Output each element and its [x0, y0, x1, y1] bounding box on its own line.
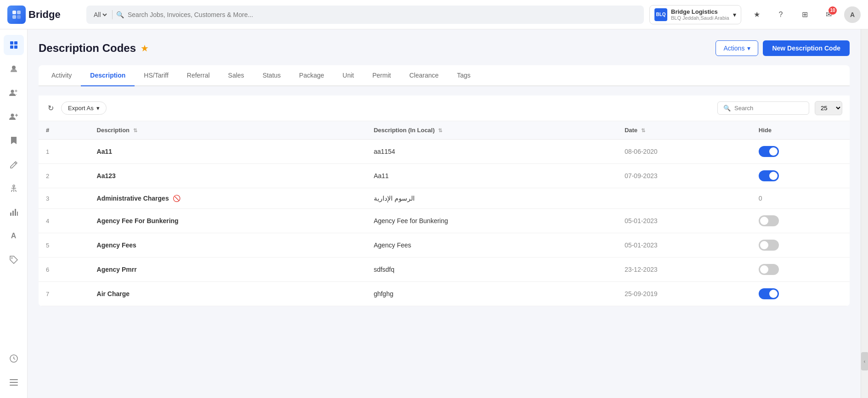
tab-hs_tariff[interactable]: HS/Tariff: [135, 65, 177, 86]
col-description[interactable]: Description ⇅: [90, 121, 366, 140]
cell-description-local: Agency Fees: [366, 233, 617, 258]
col-date[interactable]: Date ⇅: [617, 121, 751, 140]
tab-tags[interactable]: Tags: [448, 65, 480, 86]
tab-referral[interactable]: Referral: [178, 65, 219, 86]
cell-num: 6: [39, 258, 90, 282]
per-page-select[interactable]: 25 50 100: [815, 101, 842, 115]
sidebar-item-bookmark[interactable]: [4, 130, 24, 151]
favorite-star-button[interactable]: ★: [141, 43, 149, 54]
sidebar-item-user-plus[interactable]: [4, 107, 24, 127]
table-toolbar: ↻ Export As ▾ 🔍 25 50 100: [39, 95, 850, 121]
svg-rect-4: [10, 41, 13, 45]
cell-description-local: ghfghg: [366, 282, 617, 306]
table-row[interactable]: 4Agency Fee For BunkeringAgency Fee for …: [39, 209, 850, 233]
table-row[interactable]: 7Air Chargeghfghg25-09-2019: [39, 282, 850, 306]
cell-num: 4: [39, 209, 90, 233]
svg-rect-3: [17, 15, 21, 19]
hide-toggle[interactable]: [759, 215, 779, 226]
sidebar-item-grid[interactable]: [4, 35, 24, 55]
table-row[interactable]: 6Agency Pmrrsdfsdfq23-12-2023: [39, 258, 850, 282]
tabs-bar: ActivityDescriptionHS/TariffReferralSale…: [39, 65, 850, 86]
star-favorites-button[interactable]: ★: [749, 6, 765, 23]
apps-grid-button[interactable]: ⊞: [796, 6, 813, 23]
table-row[interactable]: 5Agency FeesAgency Fees05-01-2023: [39, 233, 850, 258]
tab-permit[interactable]: Permit: [363, 65, 400, 86]
sidebar: A: [0, 29, 28, 398]
svg-rect-22: [10, 379, 18, 380]
sidebar-item-user[interactable]: [4, 59, 24, 79]
page-title: Description Codes: [39, 42, 136, 55]
svg-rect-1: [17, 11, 21, 14]
header-actions: Actions ▾ New Description Code: [716, 40, 850, 56]
cell-hide: [751, 140, 850, 164]
col-description-local[interactable]: Description (In Local) ⇅: [366, 121, 617, 140]
new-description-code-button[interactable]: New Description Code: [763, 40, 850, 56]
help-button[interactable]: ?: [772, 6, 789, 23]
sidebar-item-chart[interactable]: [4, 202, 24, 222]
tab-activity[interactable]: Activity: [42, 65, 81, 86]
cell-description-local: sdfsdfq: [366, 258, 617, 282]
svg-rect-2: [12, 15, 16, 19]
table-body: 1Aa11aa115408-06-20202Aa123Aa1107-09-202…: [39, 140, 850, 306]
cell-description-local: Aa11: [366, 164, 617, 188]
svg-rect-6: [10, 45, 13, 49]
cell-hide: 0: [751, 188, 850, 209]
sidebar-item-clock[interactable]: [4, 348, 24, 369]
sort-icon-local: ⇅: [438, 128, 442, 133]
svg-rect-24: [10, 385, 18, 386]
tab-sales[interactable]: Sales: [219, 65, 254, 86]
col-num: #: [39, 121, 90, 140]
company-selector[interactable]: BLQ Bridge Logistics BLQ Jeddah,Saudi Ar…: [649, 5, 741, 24]
hide-toggle[interactable]: [759, 146, 779, 157]
logo[interactable]: Bridge: [7, 6, 81, 24]
company-name: Bridge Logistics: [671, 8, 729, 15]
global-search-input[interactable]: [128, 11, 638, 18]
content-area: Description Codes ★ Actions ▾ New Descri…: [28, 29, 861, 398]
tab-package[interactable]: Package: [290, 65, 333, 86]
svg-rect-16: [10, 213, 11, 216]
cell-description: Aa123: [90, 164, 366, 188]
cell-num: 1: [39, 140, 90, 164]
tab-clearance[interactable]: Clearance: [400, 65, 448, 86]
cell-description: Agency Pmrr: [90, 258, 366, 282]
tab-unit[interactable]: Unit: [333, 65, 363, 86]
actions-button[interactable]: Actions ▾: [716, 40, 758, 56]
col-hide: Hide: [751, 121, 850, 140]
table-search-input[interactable]: [734, 105, 799, 112]
hide-toggle[interactable]: [759, 264, 779, 275]
tab-status[interactable]: Status: [254, 65, 290, 86]
sidebar-collapse-button[interactable]: ‹: [861, 352, 868, 370]
svg-rect-17: [12, 211, 14, 216]
sidebar-item-anchor[interactable]: [4, 178, 24, 198]
tab-description[interactable]: Description: [81, 65, 135, 86]
main-layout: A Description Codes: [0, 29, 868, 398]
sidebar-item-tag[interactable]: [4, 250, 24, 270]
notifications-button[interactable]: ✉ 10: [820, 6, 837, 23]
hide-toggle[interactable]: [759, 240, 779, 251]
logo-text: Bridge: [28, 9, 61, 21]
company-logo: BLQ: [654, 8, 667, 21]
table-row[interactable]: 1Aa11aa115408-06-2020: [39, 140, 850, 164]
cell-num: 5: [39, 233, 90, 258]
hide-toggle[interactable]: [759, 288, 779, 299]
sidebar-item-list[interactable]: [4, 372, 24, 392]
navbar-right: BLQ Bridge Logistics BLQ Jeddah,Saudi Ar…: [649, 5, 861, 24]
sidebar-item-users[interactable]: [4, 83, 24, 103]
sort-icon-description: ⇅: [133, 128, 137, 133]
table-header: # Description ⇅ Description (In Local) ⇅…: [39, 121, 850, 140]
refresh-button[interactable]: ↻: [46, 102, 56, 114]
search-filter-select[interactable]: All: [92, 11, 108, 19]
avatar[interactable]: A: [844, 6, 861, 23]
hide-toggle[interactable]: [759, 170, 779, 181]
table-row[interactable]: 3Administrative Charges 🚫الرسوم الإدارية…: [39, 188, 850, 209]
svg-rect-23: [10, 382, 18, 383]
caret-down-icon: ▾: [96, 105, 100, 112]
page-header: Description Codes ★ Actions ▾ New Descri…: [39, 40, 850, 56]
export-button[interactable]: Export As ▾: [61, 101, 107, 115]
blocked-icon: 🚫: [171, 195, 180, 202]
sidebar-item-edit[interactable]: [4, 154, 24, 174]
logo-icon: [7, 6, 26, 24]
table-row[interactable]: 2Aa123Aa1107-09-2023: [39, 164, 850, 188]
svg-point-20: [11, 258, 12, 259]
sidebar-item-font[interactable]: A: [4, 226, 24, 246]
